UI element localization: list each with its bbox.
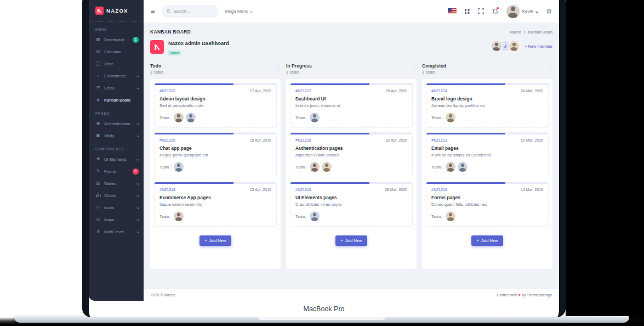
member-avatar[interactable] <box>508 40 520 52</box>
chevron-down-icon <box>136 75 139 77</box>
card-date: 20 Mar, 2020 <box>521 138 543 142</box>
team-label: Team : <box>431 116 443 120</box>
kanban-card[interactable]: #NZ1214 24 Mar, 2020 Brand logo design A… <box>426 83 549 128</box>
mail-icon: ✉ <box>95 86 101 90</box>
nazox-logo-icon <box>95 7 104 15</box>
sidebar-item-ecommerce[interactable]: ⌂ Ecommerce <box>89 70 144 82</box>
forms-badge: 8 <box>133 168 139 175</box>
team-avatar[interactable] <box>174 113 184 122</box>
team-avatar[interactable] <box>310 113 320 122</box>
card-id-link[interactable]: #NZ1220 <box>159 89 175 93</box>
team-avatar[interactable] <box>310 162 320 172</box>
card-id-link[interactable]: #NZ1216 <box>295 138 311 142</box>
team-avatar[interactable] <box>186 113 196 122</box>
member-avatar[interactable] <box>491 40 503 52</box>
sidebar-section-pages: PAGES <box>89 106 144 117</box>
sidebar-item-icons[interactable]: ◇ Icons <box>89 201 144 213</box>
topbar-actions: Kevin ⚙ <box>448 5 552 18</box>
add-new-button[interactable]: + Add New <box>471 235 504 246</box>
kanban-card[interactable]: #NZ1220 17 Apr, 2020 Admin layout design… <box>154 83 277 128</box>
column-todo: Todo 3 Tasks ⋮ #NZ122 <box>150 63 281 269</box>
sidebar-item-multi-level[interactable]: ⋔ Multi Level <box>89 226 144 238</box>
device-label: MacBook Pro <box>303 305 344 313</box>
card-title: UI Elements pages <box>295 195 407 200</box>
team-label: Team : <box>431 165 443 169</box>
store-icon: ⌂ <box>95 74 101 78</box>
sidebar-item-email[interactable]: ✉ Email <box>89 82 144 94</box>
team-avatar[interactable] <box>310 211 320 221</box>
card-id-link[interactable]: #NZ1212 <box>431 188 447 192</box>
add-new-button[interactable]: + Add New <box>200 235 232 246</box>
brand-name: NAZOX <box>106 8 128 14</box>
brand-logo[interactable]: NAZOX <box>89 0 144 22</box>
sidebar-item-chat[interactable]: ◯ Chat <box>89 58 144 70</box>
search-input[interactable] <box>173 9 213 14</box>
user-menu[interactable]: Kevin <box>506 5 538 18</box>
sidebar-item-dashboard[interactable]: ▦ Dashboard 1 <box>89 33 144 46</box>
notification-dot <box>497 7 499 9</box>
kanban-card[interactable]: #NZ1219 15 Apr, 2019 Chat app page Neque… <box>154 132 277 177</box>
avatar <box>506 5 520 18</box>
card-id-link[interactable]: #NZ1219 <box>159 138 175 142</box>
kanban-card[interactable]: #NZ1216 02 Apr, 2020 Authentication page… <box>290 132 413 177</box>
project-logo-icon <box>150 40 164 54</box>
sidebar-item-maps[interactable]: ◎ Maps <box>89 213 144 226</box>
column-menu-icon[interactable]: ⋮ <box>412 64 417 69</box>
column-menu-icon[interactable]: ⋮ <box>548 64 552 69</box>
mega-menu-button[interactable]: Mega Menu <box>225 9 253 14</box>
card-id-link[interactable]: #NZ1218 <box>159 188 175 192</box>
column-menu-icon[interactable]: ⋮ <box>276 64 281 69</box>
team-avatar[interactable] <box>458 162 468 172</box>
card-description: In enim justo, rhoncus ut <box>295 103 407 108</box>
sidebar-item-authentication[interactable]: ◉ Authentication <box>89 117 144 130</box>
new-member-button[interactable]: + New member <box>525 44 552 49</box>
background-right-panel <box>566 0 644 326</box>
card-id-link[interactable]: #NZ1215 <box>295 188 311 192</box>
card-id-link[interactable]: #NZ1217 <box>295 89 311 93</box>
sidebar-item-calendar[interactable]: ▤ Calendar <box>89 46 144 58</box>
card-title: Ecommerce App pages <box>159 195 271 200</box>
column-task-count: 3 Tasks <box>150 70 163 74</box>
team-avatar[interactable] <box>446 211 455 221</box>
menu-toggle-icon[interactable]: ≡ <box>151 8 155 15</box>
kanban-card[interactable]: #NZ1213 20 Mar, 2020 Email pages It will… <box>426 132 549 177</box>
add-new-button[interactable]: + Add New <box>335 235 368 246</box>
team-avatar[interactable] <box>174 162 184 172</box>
kanban-card[interactable]: #NZ1218 12 Apr, 2019 Ecommerce App pages… <box>154 182 277 227</box>
chat-icon: ◯ <box>95 61 101 66</box>
chevron-down-icon <box>136 206 139 209</box>
team-avatar[interactable] <box>322 162 332 172</box>
sidebar-item-utility[interactable]: ▣ Utility <box>89 130 144 142</box>
kanban-card[interactable]: #NZ1212 14 Mar, 2019 Forms pages Donec q… <box>426 182 549 227</box>
sidebar-item-charts[interactable]: Charts <box>89 189 144 201</box>
kanban-card[interactable]: #NZ1217 05 Apr, 2020 Dashboard UI In eni… <box>290 83 413 128</box>
card-id-link[interactable]: #NZ1213 <box>431 138 447 142</box>
notifications-button[interactable] <box>492 8 498 15</box>
card-id-link[interactable]: #NZ1214 <box>431 89 447 93</box>
search-box[interactable] <box>162 5 219 18</box>
sidebar-item-tables[interactable]: ▥ Tables <box>89 177 144 189</box>
sidebar-item-kanban-board[interactable]: # Kanban Board <box>89 94 144 106</box>
status-badge: Open <box>168 50 181 55</box>
sidebar-item-ui-elements[interactable]: ❖ UI Elements <box>89 153 144 165</box>
column-title: Todo <box>150 63 163 69</box>
apps-grid-icon[interactable] <box>465 9 470 14</box>
column-task-count: 3 Tasks <box>286 70 312 74</box>
breadcrumb-nazox[interactable]: Nazox <box>510 30 521 34</box>
copyright: 2020 © Nazox. <box>151 293 176 297</box>
sidebar-item-forms[interactable]: ✎ Forms 8 <box>89 165 144 177</box>
card-description: Itaque earum rerum hic <box>159 202 271 207</box>
team-avatar[interactable] <box>174 211 184 221</box>
gear-icon[interactable]: ⚙ <box>546 8 552 15</box>
column-completed: Completed 3 Tasks ⋮ # <box>422 63 552 269</box>
team-avatar[interactable] <box>446 113 455 122</box>
team-label: Team : <box>295 116 307 120</box>
chevron-down-icon <box>136 194 139 197</box>
app-footer: 2020 © Nazox. Crafted with ♥ by Themesde… <box>144 289 559 301</box>
card-title: Brand logo design <box>431 96 543 102</box>
team-avatar[interactable] <box>446 162 455 172</box>
us-flag-icon[interactable] <box>448 8 457 14</box>
chevron-down-icon <box>250 10 253 13</box>
kanban-card[interactable]: #NZ1215 28 Mar, 2020 UI Elements pages C… <box>290 182 413 227</box>
fullscreen-icon[interactable] <box>478 8 484 14</box>
